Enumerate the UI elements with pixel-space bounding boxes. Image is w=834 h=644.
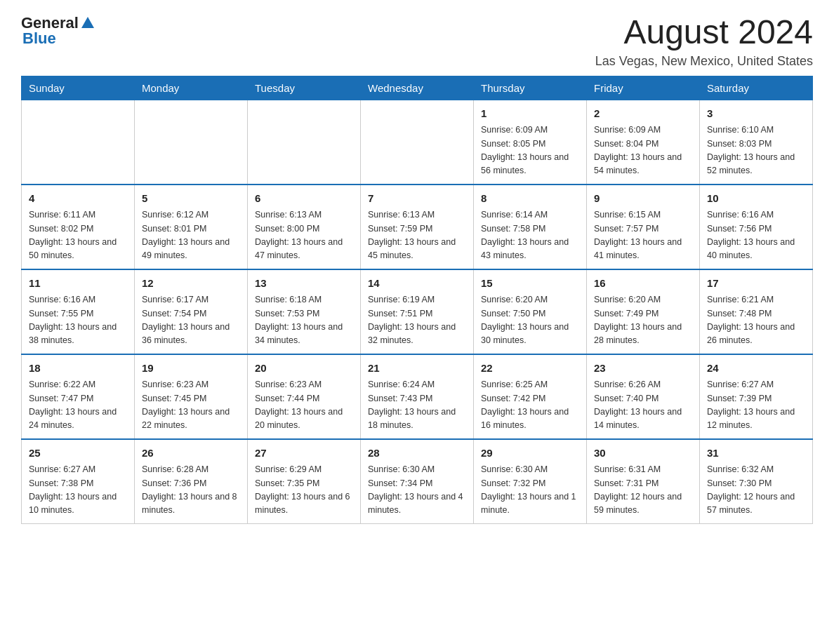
day-info: Sunrise: 6:13 AM Sunset: 8:00 PM Dayligh… [255, 208, 353, 263]
calendar-cell: 11Sunrise: 6:16 AM Sunset: 7:55 PM Dayli… [22, 269, 135, 354]
day-info: Sunrise: 6:23 AM Sunset: 7:44 PM Dayligh… [255, 378, 353, 433]
calendar-cell: 18Sunrise: 6:22 AM Sunset: 7:47 PM Dayli… [22, 354, 135, 439]
day-info: Sunrise: 6:09 AM Sunset: 8:05 PM Dayligh… [481, 123, 579, 178]
calendar-cell: 4Sunrise: 6:11 AM Sunset: 8:02 PM Daylig… [22, 185, 135, 269]
calendar-cell: 24Sunrise: 6:27 AM Sunset: 7:39 PM Dayli… [700, 354, 813, 439]
day-number: 18 [29, 361, 127, 377]
calendar-cell: 17Sunrise: 6:21 AM Sunset: 7:48 PM Dayli… [700, 269, 813, 354]
day-info: Sunrise: 6:22 AM Sunset: 7:47 PM Dayligh… [29, 378, 127, 433]
calendar-cell: 22Sunrise: 6:25 AM Sunset: 7:42 PM Dayli… [474, 354, 587, 439]
calendar-week-row: 1Sunrise: 6:09 AM Sunset: 8:05 PM Daylig… [22, 100, 813, 185]
calendar-table: SundayMondayTuesdayWednesdayThursdayFrid… [21, 76, 813, 524]
calendar-header-tuesday: Tuesday [248, 76, 361, 100]
day-info: Sunrise: 6:30 AM Sunset: 7:32 PM Dayligh… [481, 463, 579, 518]
calendar-header-sunday: Sunday [22, 76, 135, 100]
calendar-cell: 15Sunrise: 6:20 AM Sunset: 7:50 PM Dayli… [474, 269, 587, 354]
calendar-cell: 20Sunrise: 6:23 AM Sunset: 7:44 PM Dayli… [248, 354, 361, 439]
day-number: 10 [707, 191, 805, 207]
day-number: 9 [594, 191, 692, 207]
day-info: Sunrise: 6:12 AM Sunset: 8:01 PM Dayligh… [142, 208, 240, 263]
day-info: Sunrise: 6:16 AM Sunset: 7:56 PM Dayligh… [707, 208, 805, 263]
day-info: Sunrise: 6:20 AM Sunset: 7:50 PM Dayligh… [481, 293, 579, 348]
calendar-cell [361, 100, 474, 185]
day-number: 6 [255, 191, 353, 207]
calendar-header-saturday: Saturday [700, 76, 813, 100]
day-info: Sunrise: 6:23 AM Sunset: 7:45 PM Dayligh… [142, 378, 240, 433]
calendar-cell: 12Sunrise: 6:17 AM Sunset: 7:54 PM Dayli… [135, 269, 248, 354]
day-number: 25 [29, 445, 127, 462]
calendar-header-friday: Friday [587, 76, 700, 100]
svg-marker-0 [81, 17, 94, 28]
day-info: Sunrise: 6:31 AM Sunset: 7:31 PM Dayligh… [594, 463, 692, 518]
day-number: 14 [368, 276, 466, 292]
day-info: Sunrise: 6:11 AM Sunset: 8:02 PM Dayligh… [29, 208, 127, 263]
day-number: 29 [481, 445, 579, 462]
day-number: 7 [368, 191, 466, 207]
day-number: 26 [142, 445, 240, 462]
day-number: 20 [255, 361, 353, 377]
page-header: General Blue August 2024 Las Vegas, New … [21, 14, 813, 69]
calendar-cell: 8Sunrise: 6:14 AM Sunset: 7:58 PM Daylig… [474, 185, 587, 269]
calendar-cell: 7Sunrise: 6:13 AM Sunset: 7:59 PM Daylig… [361, 185, 474, 269]
calendar-cell: 16Sunrise: 6:20 AM Sunset: 7:49 PM Dayli… [587, 269, 700, 354]
day-number: 21 [368, 361, 466, 377]
calendar-cell: 5Sunrise: 6:12 AM Sunset: 8:01 PM Daylig… [135, 185, 248, 269]
month-title: August 2024 [595, 14, 813, 51]
day-number: 8 [481, 191, 579, 207]
day-info: Sunrise: 6:09 AM Sunset: 8:04 PM Dayligh… [594, 123, 692, 178]
location: Las Vegas, New Mexico, United States [595, 54, 813, 69]
calendar-cell: 29Sunrise: 6:30 AM Sunset: 7:32 PM Dayli… [474, 439, 587, 524]
calendar-cell [22, 100, 135, 185]
calendar-cell: 2Sunrise: 6:09 AM Sunset: 8:04 PM Daylig… [587, 100, 700, 185]
day-info: Sunrise: 6:26 AM Sunset: 7:40 PM Dayligh… [594, 378, 692, 433]
calendar-week-row: 18Sunrise: 6:22 AM Sunset: 7:47 PM Dayli… [22, 354, 813, 439]
calendar-cell: 6Sunrise: 6:13 AM Sunset: 8:00 PM Daylig… [248, 185, 361, 269]
calendar-header-row: SundayMondayTuesdayWednesdayThursdayFrid… [22, 76, 813, 100]
day-number: 4 [29, 191, 127, 207]
calendar-cell: 13Sunrise: 6:18 AM Sunset: 7:53 PM Dayli… [248, 269, 361, 354]
calendar-cell: 10Sunrise: 6:16 AM Sunset: 7:56 PM Dayli… [700, 185, 813, 269]
calendar-cell: 26Sunrise: 6:28 AM Sunset: 7:36 PM Dayli… [135, 439, 248, 524]
calendar-header-wednesday: Wednesday [361, 76, 474, 100]
day-number: 19 [142, 361, 240, 377]
day-info: Sunrise: 6:14 AM Sunset: 7:58 PM Dayligh… [481, 208, 579, 263]
calendar-cell: 25Sunrise: 6:27 AM Sunset: 7:38 PM Dayli… [22, 439, 135, 524]
calendar-cell: 1Sunrise: 6:09 AM Sunset: 8:05 PM Daylig… [474, 100, 587, 185]
title-section: August 2024 Las Vegas, New Mexico, Unite… [595, 14, 813, 69]
day-number: 30 [594, 445, 692, 462]
day-number: 16 [594, 276, 692, 292]
day-info: Sunrise: 6:25 AM Sunset: 7:42 PM Dayligh… [481, 378, 579, 433]
logo: General Blue [21, 14, 95, 48]
day-info: Sunrise: 6:17 AM Sunset: 7:54 PM Dayligh… [142, 293, 240, 348]
day-number: 5 [142, 191, 240, 207]
day-number: 12 [142, 276, 240, 292]
calendar-cell: 23Sunrise: 6:26 AM Sunset: 7:40 PM Dayli… [587, 354, 700, 439]
calendar-cell: 9Sunrise: 6:15 AM Sunset: 7:57 PM Daylig… [587, 185, 700, 269]
day-number: 23 [594, 361, 692, 377]
day-number: 11 [29, 276, 127, 292]
day-number: 3 [707, 106, 805, 122]
calendar-cell [135, 100, 248, 185]
day-info: Sunrise: 6:32 AM Sunset: 7:30 PM Dayligh… [707, 463, 805, 518]
day-info: Sunrise: 6:30 AM Sunset: 7:34 PM Dayligh… [368, 463, 466, 518]
calendar-cell: 14Sunrise: 6:19 AM Sunset: 7:51 PM Dayli… [361, 269, 474, 354]
day-info: Sunrise: 6:20 AM Sunset: 7:49 PM Dayligh… [594, 293, 692, 348]
calendar-cell: 28Sunrise: 6:30 AM Sunset: 7:34 PM Dayli… [361, 439, 474, 524]
calendar-week-row: 11Sunrise: 6:16 AM Sunset: 7:55 PM Dayli… [22, 269, 813, 354]
day-info: Sunrise: 6:24 AM Sunset: 7:43 PM Dayligh… [368, 378, 466, 433]
day-number: 24 [707, 361, 805, 377]
day-number: 15 [481, 276, 579, 292]
day-info: Sunrise: 6:16 AM Sunset: 7:55 PM Dayligh… [29, 293, 127, 348]
calendar-header-thursday: Thursday [474, 76, 587, 100]
logo-triangle-icon [80, 15, 95, 31]
calendar-header-monday: Monday [135, 76, 248, 100]
day-info: Sunrise: 6:10 AM Sunset: 8:03 PM Dayligh… [707, 123, 805, 178]
day-number: 27 [255, 445, 353, 462]
day-number: 22 [481, 361, 579, 377]
day-info: Sunrise: 6:27 AM Sunset: 7:38 PM Dayligh… [29, 463, 127, 518]
calendar-week-row: 25Sunrise: 6:27 AM Sunset: 7:38 PM Dayli… [22, 439, 813, 524]
day-info: Sunrise: 6:18 AM Sunset: 7:53 PM Dayligh… [255, 293, 353, 348]
calendar-cell [248, 100, 361, 185]
calendar-cell: 3Sunrise: 6:10 AM Sunset: 8:03 PM Daylig… [700, 100, 813, 185]
calendar-cell: 21Sunrise: 6:24 AM Sunset: 7:43 PM Dayli… [361, 354, 474, 439]
